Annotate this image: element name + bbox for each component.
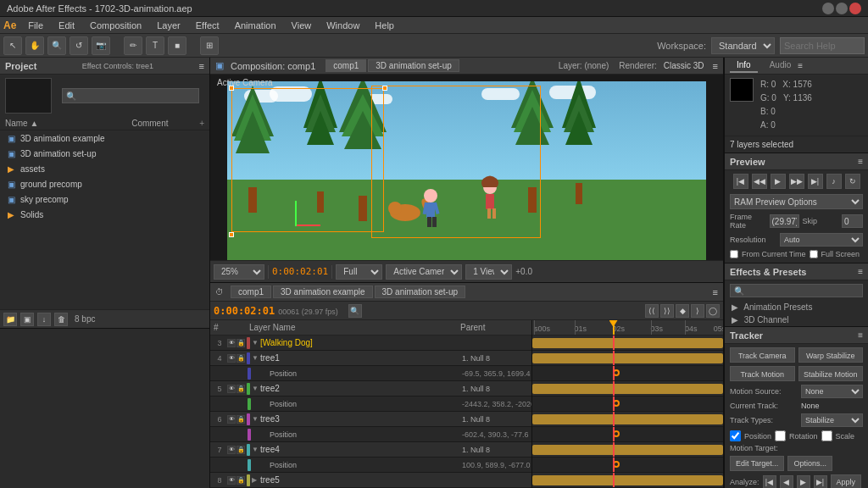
expand-7[interactable]: ▼: [252, 446, 260, 453]
vis-eye[interactable]: 👁: [227, 339, 236, 347]
import-btn[interactable]: ↓: [37, 313, 51, 326]
tl-tab-3dsetup[interactable]: 3D animation set-up: [375, 286, 466, 298]
vis-eye-7[interactable]: 👁: [227, 446, 236, 454]
search-input[interactable]: [780, 37, 865, 54]
preview-prev-btn[interactable]: ◀◀: [752, 174, 767, 189]
vis-eye-6[interactable]: 👁: [227, 415, 236, 424]
motion-source-select[interactable]: None: [801, 385, 863, 398]
effects-item-3d[interactable]: ▶ 3D Channel: [725, 313, 868, 326]
info-tab[interactable]: Info: [730, 58, 758, 73]
expand-3[interactable]: ▼: [252, 339, 260, 347]
info-panel-menu[interactable]: ≡: [798, 61, 803, 70]
project-item-ground[interactable]: ▣ ground precomp: [0, 176, 209, 191]
project-search-input[interactable]: [62, 88, 199, 103]
comp-tab-sky[interactable]: 3D animation set-up: [368, 59, 459, 72]
menu-window[interactable]: Window: [320, 19, 366, 32]
hand-tool[interactable]: ✋: [25, 36, 44, 55]
apply-btn[interactable]: Apply: [831, 474, 862, 488]
transform-handle-tm[interactable]: [382, 86, 387, 91]
comp-timecode[interactable]: 0:00:02:01: [272, 266, 328, 277]
tl-ctrl-3[interactable]: ◆: [676, 304, 689, 318]
zoom-tool[interactable]: 🔍: [47, 36, 66, 55]
align-btn[interactable]: ⊞: [200, 36, 219, 55]
workspace-select[interactable]: Standard: [711, 37, 775, 54]
transform-handle-bl[interactable]: [229, 232, 234, 237]
effects-item-presets[interactable]: ▶ Animation Presets: [725, 301, 868, 313]
analyze-last-btn[interactable]: ▶|: [814, 475, 827, 488]
frame-rate-input[interactable]: [770, 214, 799, 228]
add-footage-btn[interactable]: +: [199, 119, 204, 128]
vis-lock-8[interactable]: 🔒: [236, 476, 245, 485]
menu-help[interactable]: Help: [368, 19, 401, 32]
vis-lock-5[interactable]: 🔒: [236, 385, 245, 393]
preview-panel-menu[interactable]: ≡: [858, 157, 863, 166]
preview-play-btn[interactable]: ▶: [771, 174, 786, 189]
preview-first-btn[interactable]: |◀: [733, 174, 748, 189]
new-folder-btn[interactable]: 📁: [3, 313, 17, 326]
close-btn[interactable]: [849, 3, 861, 14]
menu-composition[interactable]: Composition: [83, 19, 148, 32]
menu-edit[interactable]: Edit: [52, 19, 81, 32]
layer-row-pos-4[interactable]: Position -69.5, 365.9, 1699.4: [210, 366, 531, 381]
maximize-btn[interactable]: [836, 3, 848, 14]
expand-4[interactable]: ▼: [252, 354, 260, 362]
comp-canvas[interactable]: [210, 75, 723, 260]
scale-check[interactable]: [821, 430, 832, 441]
from-current-check[interactable]: [730, 250, 738, 258]
tl-panel-menu[interactable]: ≡: [713, 287, 718, 297]
expand-6[interactable]: ▼: [252, 415, 260, 423]
track-motion-btn[interactable]: Track Motion: [730, 366, 795, 381]
preview-loop-btn[interactable]: ↻: [845, 174, 860, 189]
track-type-select[interactable]: Stabilize: [801, 413, 863, 427]
tl-ctrl-2[interactable]: ⟩⟩: [660, 304, 674, 318]
effect-controls-tab[interactable]: Effect Controls: tree1: [82, 62, 153, 70]
text-tool[interactable]: T: [146, 36, 164, 55]
vis-eye-8[interactable]: 👁: [227, 476, 236, 485]
stabilize-motion-btn[interactable]: Stabilize Motion: [798, 366, 864, 381]
warp-stabilize-btn[interactable]: Warp Stabilize: [798, 347, 864, 363]
track-camera-btn[interactable]: Track Camera: [730, 347, 795, 363]
project-item-sky[interactable]: ▣ sky precomp: [0, 191, 209, 207]
menu-file[interactable]: File: [21, 19, 50, 32]
resolution-select[interactable]: Full: [336, 264, 382, 280]
panel-menu-icon-comp[interactable]: ≡: [713, 61, 718, 71]
layer-row-tree3[interactable]: 6 👁 🔒 ▼ tree3 1. Null 8: [210, 412, 531, 427]
skip-input[interactable]: [842, 214, 863, 228]
layer-row-tree1[interactable]: 4 👁 🔒 ▼ tree1 1. Null 8: [210, 351, 531, 366]
effects-panel-menu[interactable]: ≡: [858, 267, 863, 276]
tl-ctrl-4[interactable]: ⟩: [691, 304, 704, 318]
project-item-3dsetup[interactable]: ▣ 3D animation set-up: [0, 146, 209, 161]
preview-next-btn[interactable]: ▶▶: [789, 174, 804, 189]
vis-eye-4[interactable]: 👁: [227, 354, 236, 363]
shape-tool[interactable]: ■: [168, 36, 186, 55]
selection-tool[interactable]: ↖: [3, 36, 22, 55]
comp-tab-comp1[interactable]: comp1: [326, 59, 366, 72]
zoom-select[interactable]: 25%: [214, 264, 264, 280]
project-item-assets[interactable]: ▶ assets: [0, 161, 209, 176]
menu-effect[interactable]: Effect: [189, 19, 226, 32]
layer-row-pos-5[interactable]: Position -2443.2, 358.2, -2026.9: [210, 396, 531, 412]
rotation-check[interactable]: [775, 430, 786, 441]
menu-animation[interactable]: Animation: [228, 19, 283, 32]
camera-tool[interactable]: 📷: [92, 36, 110, 55]
analyze-prev-btn[interactable]: ◀: [780, 475, 793, 488]
options-btn[interactable]: Options...: [787, 456, 832, 471]
vis-lock[interactable]: 🔒: [236, 339, 245, 347]
resolution-dropdown[interactable]: Auto: [780, 233, 863, 247]
minimize-btn[interactable]: [822, 3, 834, 14]
layer-row-tree4[interactable]: 7 👁 🔒 ▼ tree4 1. Null 8: [210, 442, 531, 458]
expand-5[interactable]: ▼: [252, 385, 260, 392]
rotate-tool[interactable]: ↺: [70, 36, 88, 55]
ram-preview-select[interactable]: RAM Preview Options: [730, 194, 863, 209]
menu-layer[interactable]: Layer: [150, 19, 187, 32]
layer-row-tree5[interactable]: 8 👁 🔒 ▶ tree5: [210, 473, 531, 488]
new-comp-btn[interactable]: ▣: [20, 313, 34, 326]
panel-menu-icon[interactable]: ≡: [199, 61, 204, 71]
tl-ctrl-5[interactable]: ◯: [706, 304, 720, 318]
search-layers-btn[interactable]: 🔍: [348, 304, 362, 318]
tl-tab-3danim[interactable]: 3D animation example: [273, 286, 373, 298]
layer-row-walking-dog[interactable]: 3 👁 🔒 ▼ [Walking Dog]: [210, 336, 531, 351]
layer-row-pos-7[interactable]: Position 100.9, 589.9, -677.0: [210, 458, 531, 473]
vis-lock-7[interactable]: 🔒: [236, 446, 245, 454]
tl-timecode[interactable]: 0:00:02:01: [214, 305, 275, 317]
